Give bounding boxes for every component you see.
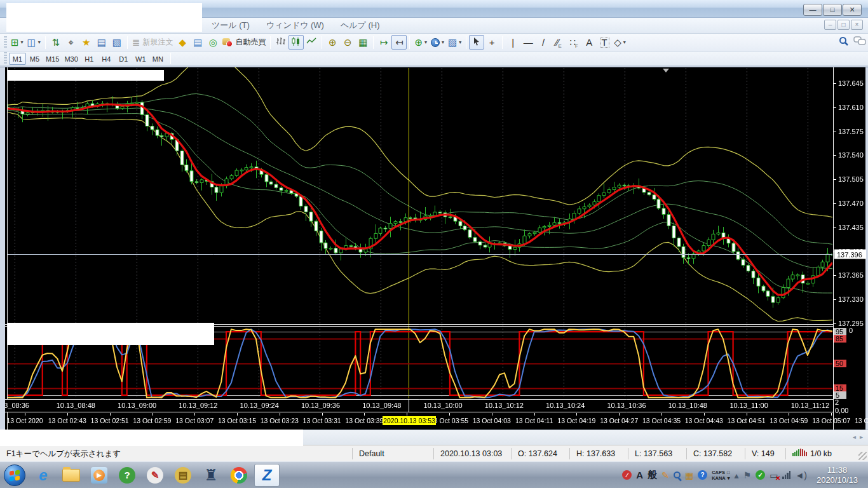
maximize-button[interactable]: □ (823, 4, 842, 16)
menu-window[interactable]: ウィンドウ (W) (266, 20, 324, 31)
zoom-in-button[interactable]: ⊕ (325, 35, 340, 50)
fibonacci-button[interactable]: ∷F (566, 35, 581, 50)
taskbar-app-archive-drive[interactable]: ▤ (170, 464, 196, 487)
taskbar-clock[interactable]: 11:38 2020/10/13 (811, 465, 863, 485)
tray-ime-search[interactable] (674, 471, 681, 478)
market-watch-button[interactable]: ⇅ (48, 35, 64, 50)
tile-windows-button[interactable]: ▦ (355, 35, 370, 50)
magnifier-icon (674, 471, 681, 478)
desktop: —□✕ ツール (T) ウィンドウ (W) ヘルプ (H) –□× ⊞▾◫▾⇅⌖… (0, 0, 868, 488)
chart-profiles-icon: ◫ (27, 37, 36, 47)
castle-app-icon: ♜ (204, 468, 218, 483)
taskbar-app-trading-app-z[interactable]: Z (254, 464, 280, 487)
data-window-button[interactable]: ⌖ (64, 35, 79, 50)
tray-update-ok[interactable]: ✓ (756, 470, 765, 480)
media-player-icon: ▶ (91, 467, 107, 484)
bar-chart-mode-button[interactable] (273, 35, 288, 50)
new-order-button[interactable]: ≣新規注文 (130, 35, 175, 50)
crosshair-icon: + (489, 37, 495, 47)
timeframe-grip[interactable] (4, 52, 7, 65)
metaeditor-button[interactable]: ◆ (175, 35, 190, 50)
tab-scroll-right-icon[interactable]: ▸ (860, 433, 863, 440)
taskbar-app-helper-tool[interactable]: ? (114, 464, 140, 487)
timeframe-m5-button[interactable]: M5 (26, 53, 43, 65)
strategy-tester-button[interactable]: ▧ (109, 35, 125, 50)
chart-canvas[interactable] (0, 66, 868, 430)
templates-button[interactable]: ▨▾ (446, 35, 463, 50)
tray-ime-mode-general[interactable]: 般 (648, 469, 657, 481)
tray-help-bubble[interactable]: ? (698, 470, 707, 480)
timeframe-m30-button[interactable]: M30 (62, 53, 80, 65)
chart-shift-button[interactable]: ↤ (391, 35, 407, 50)
candlestick-mode-button[interactable] (288, 35, 304, 50)
taskbar-app-chrome[interactable] (226, 464, 252, 487)
timeframe-m15-button[interactable]: M15 (43, 53, 62, 65)
autotrading-icon (222, 37, 233, 47)
tray-signal-bars[interactable] (782, 471, 790, 479)
cursor-button[interactable] (469, 35, 484, 50)
mdi-close-button[interactable]: × (851, 20, 863, 30)
taskbar-app-internet-explorer[interactable]: e (31, 464, 56, 487)
tray-caps-kana[interactable]: CAPS□KANA▾ (712, 470, 729, 481)
tray-ime-pen[interactable]: ✎ (661, 470, 669, 480)
mdi-restore-button[interactable]: □ (837, 20, 850, 30)
tray-hidden-icons[interactable]: ▴ (735, 470, 739, 480)
dropdown-caret-icon: ▾ (459, 39, 461, 45)
zoom-out-button[interactable]: ⊖ (340, 35, 355, 50)
autotrading-button[interactable]: 自動売買 (220, 35, 268, 50)
taskbar-app-castle-app[interactable]: ♜ (198, 464, 224, 487)
toolbar-separator (322, 36, 322, 49)
taskbar-app-graphics-app[interactable]: ✎ (142, 464, 168, 487)
taskbar-app-windows-explorer[interactable] (58, 464, 84, 487)
publisher-button[interactable]: ▤ (190, 35, 205, 50)
timeframe-h4-button[interactable]: H4 (98, 53, 115, 65)
status-candle-time: 2020.10.13 03:03 (433, 448, 511, 459)
timeframe-d1-button[interactable]: D1 (115, 53, 132, 65)
text-label-button[interactable]: T (597, 35, 612, 50)
toolbar-grip[interactable] (4, 36, 7, 49)
tray-network-error[interactable]: ▭✕ (770, 470, 778, 480)
timeframe-bar: M1M5M15M30H1H4D1W1MN (0, 51, 868, 66)
chart-profiles-button[interactable]: ◫▾ (25, 35, 43, 50)
status-open: O: 137.624 (511, 448, 569, 459)
taskbar-app-media-player[interactable]: ▶ (86, 464, 112, 487)
new-chart-button[interactable]: ⊞▾ (9, 35, 25, 50)
navigator-button[interactable]: ★ (79, 35, 94, 50)
timeframe-w1-button[interactable]: W1 (132, 53, 149, 65)
search-button[interactable] (836, 35, 851, 50)
equidistant-channel-button[interactable]: ∕∕E (551, 35, 566, 50)
zoom-out-icon: ⊖ (344, 37, 352, 47)
auto-scroll-button[interactable]: ↦ (376, 35, 391, 50)
resize-grip[interactable] (858, 452, 867, 460)
terminal-button[interactable]: ▤ (94, 35, 109, 50)
dropdown-caret-icon: ▾ (424, 39, 427, 45)
timeframe-m1-button[interactable]: M1 (9, 53, 26, 65)
vertical-line-button[interactable]: | (505, 35, 520, 50)
line-chart-mode-button[interactable] (304, 35, 319, 50)
indicators-button[interactable]: ⊕▾ (412, 35, 429, 50)
mdi-minimize-button[interactable]: – (824, 20, 836, 30)
crosshair-button[interactable]: + (484, 35, 499, 50)
status-help-text: F1キーでヘルプが表示されます (0, 448, 352, 459)
trendline-button[interactable]: / (536, 35, 551, 50)
menu-tools[interactable]: ツール (T) (212, 20, 250, 31)
tray-volume[interactable]: ◄) (795, 470, 807, 480)
chat-button[interactable] (851, 35, 868, 50)
horizontal-line-button[interactable]: — (520, 35, 536, 50)
arrows-button[interactable]: ◇▾ (612, 35, 628, 50)
tab-scroll-left-icon[interactable]: ◂ (853, 433, 856, 440)
start-button[interactable] (4, 464, 25, 486)
timeframe-mn-button[interactable]: MN (149, 53, 166, 65)
tray-action-center-flag[interactable]: ⚑ (743, 470, 752, 480)
close-button[interactable]: ✕ (843, 4, 862, 16)
signals-button[interactable]: ◎ (205, 35, 220, 50)
tray-ime-toolbox[interactable]: ▦ (685, 470, 693, 480)
archive-drive-icon: ▤ (175, 467, 191, 484)
timeframe-h1-button[interactable]: H1 (81, 53, 98, 65)
periods-button[interactable]: ▾ (429, 35, 446, 50)
tray-ime-mode-a[interactable]: A (636, 470, 643, 480)
tray-antivirus-shield[interactable]: ∕ (622, 470, 632, 480)
minimize-button[interactable]: — (803, 4, 822, 16)
menu-help[interactable]: ヘルプ (H) (341, 20, 380, 31)
text-button[interactable]: A (581, 35, 597, 50)
